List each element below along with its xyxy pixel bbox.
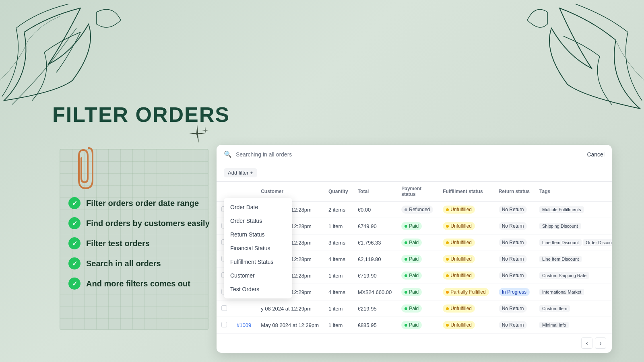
check-item-label-4: Search in all orders <box>86 259 161 268</box>
filter-bar: Add filter + <box>217 164 612 182</box>
order-link[interactable]: #1009 <box>237 322 251 328</box>
order-total: €2,119.80 <box>353 251 397 267</box>
col-total: Total <box>353 182 397 202</box>
col-tags: Tags <box>535 182 612 202</box>
return-badge: No Return <box>499 321 527 329</box>
next-page-button[interactable]: › <box>595 337 606 349</box>
search-icon: 🔍 <box>224 150 232 158</box>
order-quantity: 1 item <box>324 218 353 234</box>
order-quantity: 4 items <box>324 284 353 300</box>
check-item-4: Search in all orders <box>68 257 210 269</box>
tag: Minimal Info <box>539 322 569 328</box>
order-total: €885.95 <box>353 317 397 333</box>
return-badge: In Progress <box>499 288 530 296</box>
col-return: Return status <box>494 182 535 202</box>
search-text: Searching in all orders <box>236 151 587 158</box>
tag: Line Item Discount <box>539 256 582 262</box>
check-icon-4 <box>68 257 80 269</box>
order-quantity: 1 item <box>324 300 353 317</box>
dropdown-item-fulfillment-status[interactable]: Fulfillment Status <box>224 255 292 269</box>
paperclip-decoration <box>74 144 97 192</box>
col-quantity: Quantity <box>324 182 353 202</box>
check-item-3: Filter test orders <box>68 237 210 249</box>
return-badge: No Return <box>499 255 527 263</box>
payment-badge: Paid <box>401 255 422 263</box>
tag: Order Discount <box>583 239 612 246</box>
add-filter-button[interactable]: Add filter + <box>224 168 257 177</box>
return-badge: No Return <box>499 206 527 214</box>
payment-badge: Paid <box>401 222 422 230</box>
tag: International Market <box>539 289 584 295</box>
order-total: €219.95 <box>353 300 397 317</box>
payment-badge: Paid <box>401 288 422 296</box>
check-item-label-5: And more filters comes out <box>86 279 190 288</box>
fulfillment-badge: Unfulfilled <box>443 206 475 214</box>
payment-badge: Paid <box>401 304 422 313</box>
dropdown-item-return-status[interactable]: Return Status <box>224 228 292 241</box>
order-date: May 08 2024 at 12:29pm <box>256 317 324 333</box>
fulfillment-badge: Unfulfilled <box>443 321 475 329</box>
tag: Shipping Discount <box>539 223 581 229</box>
order-tags: Custom Item <box>535 300 612 317</box>
prev-page-button[interactable]: ‹ <box>581 337 592 349</box>
check-icon-1 <box>68 197 80 209</box>
order-panel: 🔍 Searching in all orders Cancel Add fil… <box>217 145 612 353</box>
order-tags: Line Item Discount <box>535 251 612 267</box>
order-tags: Custom Shipping Rate <box>535 267 612 284</box>
fulfillment-badge: Unfulfilled <box>443 272 475 280</box>
check-icon-5 <box>68 278 80 290</box>
dropdown-item-financial-status[interactable]: Financial Status <box>224 241 292 255</box>
tag: Custom Item <box>539 305 570 312</box>
fulfillment-badge: Unfulfilled <box>443 255 475 263</box>
return-badge: No Return <box>499 304 527 313</box>
order-quantity: 4 items <box>324 251 353 267</box>
check-icon-3 <box>68 237 80 249</box>
payment-badge: Paid <box>401 239 422 247</box>
order-total: €1,796.33 <box>353 234 397 251</box>
return-badge: No Return <box>499 222 527 230</box>
table-row: #1009May 08 2024 at 12:29pm1 item€885.95… <box>217 317 612 333</box>
payment-badge: Paid <box>401 272 422 280</box>
order-total: €719.90 <box>353 267 397 284</box>
return-badge: No Return <box>499 239 527 247</box>
leaf-decoration-topright <box>499 0 644 113</box>
col-fulfillment: Fulfillment status <box>438 182 493 202</box>
leaf-decoration-topleft <box>0 0 137 105</box>
tag: Line Item Discount <box>539 239 582 246</box>
order-tags: Shipping Discount <box>535 218 612 234</box>
tag: Custom Shipping Rate <box>539 272 589 279</box>
order-tags: Minimal Info <box>535 317 612 333</box>
filter-area: Add filter + Order Date Order Status Ret… <box>217 164 612 353</box>
check-item-label-3: Filter test orders <box>86 239 150 248</box>
order-tags: Multiple Fulfillments <box>535 202 612 218</box>
order-quantity: 3 items <box>324 234 353 251</box>
row-checkbox[interactable] <box>221 305 227 311</box>
dropdown-item-order-status[interactable]: Order Status <box>224 214 292 228</box>
fulfillment-badge: Unfulfilled <box>443 304 475 313</box>
order-total: €749.90 <box>353 218 397 234</box>
tag: Multiple Fulfillments <box>539 206 584 213</box>
fulfillment-badge: Unfulfilled <box>443 239 475 247</box>
order-quantity: 1 item <box>324 267 353 284</box>
order-total: MX$24,660.00 <box>353 284 397 300</box>
filter-dropdown: Order Date Order Status Return Status Fi… <box>224 198 292 298</box>
cancel-button[interactable]: Cancel <box>587 151 605 158</box>
check-item-1: Filter orders order date range <box>68 197 210 209</box>
fulfillment-badge: Unfulfilled <box>443 222 475 230</box>
payment-badge: Refunded <box>401 206 433 214</box>
dropdown-item-order-date[interactable]: Order Date <box>224 200 292 214</box>
order-total: €0.00 <box>353 202 397 218</box>
row-checkbox[interactable] <box>221 322 227 327</box>
table-row: y 08 2024 at 12:29pm1 item€219.95PaidUnf… <box>217 300 612 317</box>
pagination: ‹ › <box>217 333 612 353</box>
search-bar: 🔍 Searching in all orders Cancel <box>217 145 612 164</box>
order-date: y 08 2024 at 12:29pm <box>256 300 324 317</box>
check-item-5: And more filters comes out <box>68 278 210 290</box>
fulfillment-badge: Partially Fulfilled <box>443 288 489 296</box>
order-tags: Line Item DiscountOrder Discount <box>535 234 612 251</box>
col-payment: Payment status <box>396 182 438 202</box>
check-icon-2 <box>68 217 80 229</box>
dropdown-item-customer[interactable]: Customer <box>224 269 292 282</box>
check-item-label-1: Filter orders order date range <box>86 199 199 208</box>
dropdown-item-test-orders[interactable]: Test Orders <box>224 282 292 296</box>
